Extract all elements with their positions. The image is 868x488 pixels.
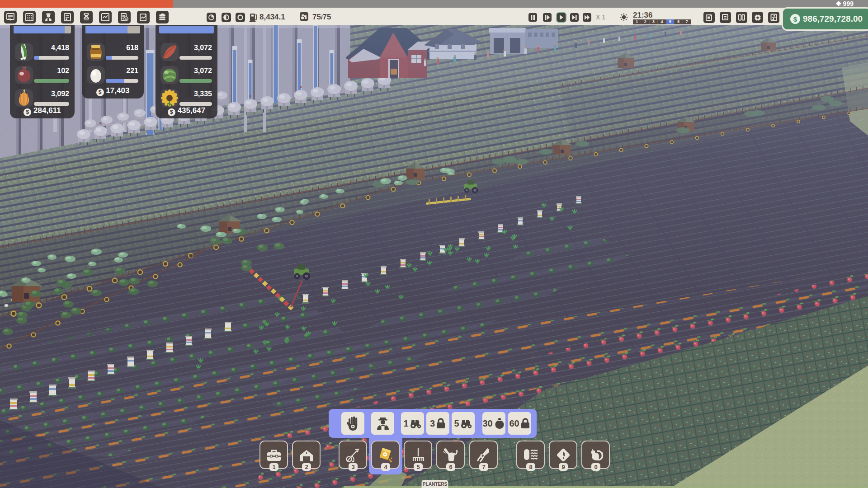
svg-text:$: $ xyxy=(125,17,127,21)
